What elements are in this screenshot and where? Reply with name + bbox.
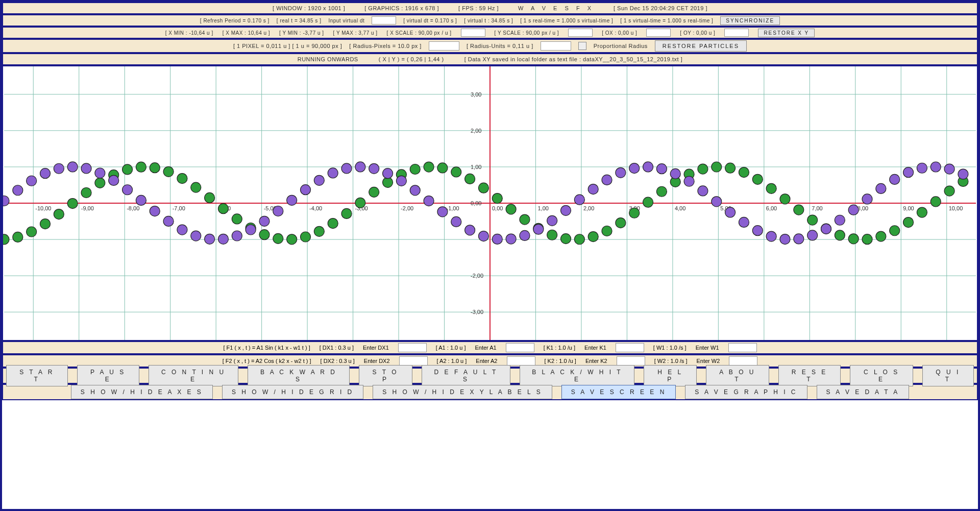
svg-point-129 <box>13 185 23 196</box>
about-button[interactable]: A B O U T <box>706 365 769 386</box>
restore-xy-button[interactable]: RESTORE X Y <box>758 29 815 37</box>
show-hide-axes-button[interactable]: S H O W / H I D E A X E S <box>71 385 213 399</box>
f1-k-input[interactable] <box>616 343 644 352</box>
f1-dx-input[interactable] <box>398 343 427 352</box>
svg-point-85 <box>383 177 393 187</box>
quit-button[interactable]: Q U I T <box>922 365 974 386</box>
svg-point-194 <box>903 167 914 178</box>
reset-button[interactable]: R E S E T <box>778 365 841 386</box>
svg-point-66 <box>122 164 133 175</box>
svg-text:8,00: 8,00 <box>857 205 868 211</box>
svg-point-103 <box>629 208 640 218</box>
svg-point-136 <box>109 175 119 185</box>
svg-text:-4,00: -4,00 <box>309 205 322 211</box>
radius-px-input[interactable] <box>429 41 459 51</box>
svg-point-132 <box>54 163 64 174</box>
proportional-radius-checkbox[interactable] <box>578 42 586 50</box>
running-status: RUNNING ONWARDS <box>298 56 358 62</box>
backwards-button[interactable]: B A C K W A R D S <box>248 365 349 386</box>
svg-point-133 <box>67 162 78 172</box>
save-data-button[interactable]: S A V E D A T A <box>817 385 910 399</box>
radius-u-input[interactable] <box>541 41 571 51</box>
start-button[interactable]: S T A R T <box>6 365 68 386</box>
axis-bar: [ X MIN : -10,64 u ] [ X MAX : 10,64 u ]… <box>2 27 978 39</box>
svg-point-142 <box>191 231 201 241</box>
timestamp: [ Sun Dec 15 20:04:29 CET 2019 ] <box>614 5 707 11</box>
svg-point-173 <box>616 167 626 178</box>
svg-point-184 <box>766 231 776 241</box>
ymax: [ Y MAX : 3,77 u ] <box>333 30 378 36</box>
stop-button[interactable]: S T O P <box>359 365 412 386</box>
svg-point-150 <box>301 185 311 195</box>
defaults-button[interactable]: D E F A U L T S <box>422 365 511 386</box>
svg-point-81 <box>328 218 338 229</box>
help-button[interactable]: H E L P <box>644 365 697 386</box>
svg-point-88 <box>424 162 434 172</box>
plot-svg: -10,00-9,00-8,00-7,00-6,00-5,00-4,00-3,0… <box>3 66 977 340</box>
pause-button[interactable]: P A U S E <box>77 365 139 386</box>
xy-coords: ( X | Y ) = ( 0,26 | 1,44 ) <box>379 56 444 62</box>
svg-point-169 <box>561 205 571 215</box>
svg-point-189 <box>835 215 845 225</box>
xscale-input[interactable] <box>461 29 485 37</box>
svg-point-134 <box>81 163 91 174</box>
plot-area[interactable]: -10,00-9,00-8,00-7,00-6,00-5,00-4,00-3,0… <box>2 65 978 341</box>
header-bar: [ WINDOW : 980 x 511 ] [ GRAPHICS : 19… <box>2 2 978 14</box>
svg-point-67 <box>136 162 146 172</box>
svg-point-157 <box>396 176 406 186</box>
svg-point-147 <box>259 216 270 226</box>
yscale-input[interactable] <box>568 29 593 37</box>
svg-text:6,00: 6,00 <box>766 205 777 211</box>
graphics-size: [ GRAPHICS : 1916 x 678 ] <box>364 5 439 11</box>
svg-point-90 <box>451 167 461 177</box>
svg-point-72 <box>205 192 215 203</box>
button-row-2: S H O W / H I D E A X E S S H O W / H I … <box>2 384 978 400</box>
synchronize-button[interactable]: SYNCHRONIZE <box>720 16 780 25</box>
svg-point-62 <box>67 199 78 209</box>
svg-point-185 <box>780 234 790 245</box>
svg-point-171 <box>588 184 598 194</box>
f2-enter-k: Enter K2 <box>585 358 607 364</box>
show-hide-xy-labels-button[interactable]: S H O W / H I D E X Y L A B E L S <box>373 385 552 399</box>
svg-point-125 <box>930 197 941 207</box>
f1-formula: [ F1 ( x , t ) = A1 Sin ( k1 x - w1 t ) … <box>223 345 310 351</box>
svg-point-166 <box>520 230 530 240</box>
svg-point-174 <box>629 163 640 174</box>
svg-text:-9,00: -9,00 <box>81 205 94 211</box>
svg-point-159 <box>424 196 434 206</box>
svg-point-158 <box>410 185 420 196</box>
show-hide-grid-button[interactable]: S H O W / H I D E G R I D <box>222 385 363 399</box>
save-screen-button[interactable]: S A V E S C R E E N <box>561 385 676 399</box>
svg-point-186 <box>794 234 804 244</box>
f1-enter-a: Enter A1 <box>475 345 496 351</box>
svg-point-145 <box>232 231 242 241</box>
svg-point-59 <box>27 227 37 237</box>
svg-point-188 <box>821 224 831 234</box>
oy-input[interactable] <box>724 29 749 37</box>
svg-point-71 <box>191 182 201 192</box>
svg-point-172 <box>602 175 612 185</box>
f1-bar: [ F1 ( x , t ) = A1 Sin ( k1 x - w1 t ) … <box>2 341 978 354</box>
input-virtual-dt[interactable] <box>372 16 396 25</box>
f2-dx-input[interactable] <box>399 356 428 366</box>
svg-point-181 <box>725 207 736 217</box>
svg-point-63 <box>81 188 91 198</box>
f2-k-input[interactable] <box>617 356 645 366</box>
f1-a-input[interactable] <box>506 343 534 352</box>
continue-button[interactable]: C O N T I N U E <box>149 365 239 386</box>
blackwhite-button[interactable]: B L A C K / W H I T E <box>520 365 634 386</box>
svg-point-149 <box>287 195 297 205</box>
save-graphic-button[interactable]: S A V E G R A P H I C <box>685 385 807 399</box>
svg-point-77 <box>273 233 283 244</box>
f2-enter-dx: Enter DX2 <box>364 358 390 364</box>
ox-input[interactable] <box>646 29 671 37</box>
svg-point-115 <box>794 205 804 215</box>
f2-a-input[interactable] <box>507 356 535 366</box>
svg-point-113 <box>766 183 776 193</box>
close-button[interactable]: C L O S E <box>850 365 913 386</box>
f2-w-input[interactable] <box>729 356 757 366</box>
svg-text:4,00: 4,00 <box>675 205 685 211</box>
f1-w-input[interactable] <box>728 343 757 352</box>
restore-particles-button[interactable]: RESTORE PARTICLES <box>655 40 747 52</box>
svg-text:-2,00: -2,00 <box>401 205 413 211</box>
